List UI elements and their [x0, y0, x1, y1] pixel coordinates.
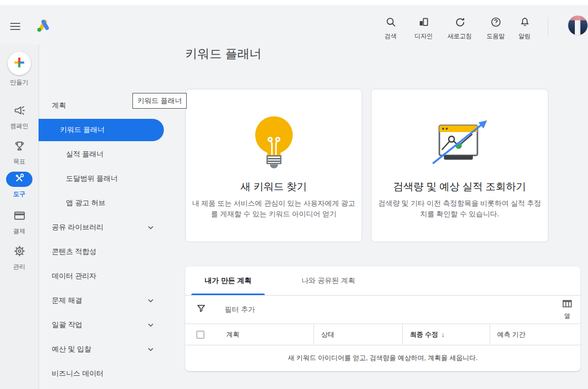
nav-item-data-manager[interactable]: 데이터 관리자 [39, 264, 188, 288]
chevron-down-icon [148, 323, 154, 327]
rail-label-create: 만들기 [10, 78, 28, 87]
card-description: 내 제품 또는 서비스에 관심이 있는 사용자에게 광고를 게재할 수 있는 키… [192, 198, 356, 219]
refresh-icon [454, 16, 466, 30]
nav-item-business-data[interactable]: 비즈니스 데이터 [39, 362, 188, 386]
nav-item-reach-planner[interactable]: 도달범위 플래너 [39, 167, 188, 191]
chevron-down-icon [148, 347, 154, 351]
tools-pill[interactable] [6, 172, 32, 187]
active-tab-indicator [191, 294, 265, 295]
trophy-icon [13, 140, 26, 154]
icon-rail: 만들기 캠페인 목표 [0, 45, 39, 389]
chevron-down-icon [148, 225, 154, 230]
forecast-chart-icon [429, 115, 491, 171]
create-button[interactable] [8, 52, 31, 75]
nav-label: 앱 광고 허브 [66, 199, 106, 208]
card-title: 검색량 및 예상 실적 조회하기 [393, 180, 526, 193]
nav-section-troubleshooting[interactable]: 문제 해결 [39, 288, 188, 313]
nav-label: 문제 해결 [52, 296, 82, 305]
avatar[interactable] [568, 15, 588, 36]
card-discover-keywords[interactable]: 새 키워드 찾기 내 제품 또는 서비스에 관심이 있는 사용자에게 광고를 게… [185, 89, 362, 242]
nav-item-keyword-planner[interactable]: 키워드 플래너 [39, 119, 164, 141]
rail-item-admin[interactable]: 관리 [0, 245, 39, 271]
nav-label: 데이터 관리자 [52, 272, 96, 281]
columns-button[interactable]: 열 [562, 299, 572, 320]
tab-shared-plans[interactable]: 나와 공유된 계획 [281, 267, 375, 295]
nav-item-content-suitability[interactable]: 콘텐츠 적합성 [39, 240, 188, 264]
notifications-icon [519, 16, 531, 30]
nav-section-budgets-bidding[interactable]: 예산 및 입찰 [39, 337, 188, 362]
tabs-row: 내가 만든 계획 나와 공유된 계획 [185, 267, 580, 296]
refresh-label: 새로고침 [447, 32, 472, 41]
nav-label: 예산 및 입찰 [52, 345, 91, 354]
card-title: 새 키워드 찾기 [240, 180, 307, 193]
nav-label: 일괄 작업 [52, 320, 82, 330]
search-label: 검색 [385, 32, 397, 41]
nav-item-performance-planner[interactable]: 실적 플래너 [39, 142, 188, 167]
tooltip-text: 키워드 플래너 [137, 96, 182, 106]
nav-item-app-ads-hub[interactable]: 앱 광고 허브 [39, 191, 188, 215]
column-header-forecast-period[interactable]: 예측 기간 [490, 324, 580, 345]
gear-icon [13, 245, 26, 260]
refresh-button[interactable]: 새로고침 [440, 14, 479, 41]
rail-label-campaigns: 캠페인 [10, 122, 28, 131]
card-description: 검색량 및 기타 이전 측정항목을 비롯하여 실적 추정치를 확인할 수 있습니… [378, 198, 541, 219]
column-header-plan[interactable]: 계획 [185, 324, 314, 345]
credit-card-icon [13, 209, 26, 224]
help-button[interactable]: 도움말 [479, 14, 512, 41]
google-ads-logo[interactable] [34, 17, 52, 35]
search-icon [385, 16, 397, 30]
column-header-status[interactable]: 상태 [314, 324, 402, 345]
tooltip-keyword-planner: 키워드 플래너 [132, 93, 187, 109]
rail-item-create[interactable]: 만들기 [0, 52, 39, 87]
nav-label: 콘텐츠 적합성 [52, 247, 96, 256]
header: 검색 디자인 새로고침 [0, 5, 588, 45]
nav-section-shared-library[interactable]: 공유 라이브러리 [39, 215, 188, 240]
nav-label: 도달범위 플래너 [66, 174, 118, 183]
rail-label-billing: 결제 [13, 227, 25, 236]
add-filter-button[interactable]: 필터 추가 [185, 304, 255, 315]
columns-label: 열 [564, 312, 570, 320]
rail-item-tools[interactable]: 도구 [0, 172, 39, 199]
columns-icon [562, 299, 572, 310]
filter-icon [196, 304, 206, 315]
tab-label: 내가 만든 계획 [205, 276, 252, 285]
lightbulb-icon [251, 115, 297, 171]
column-header-label: 상태 [321, 330, 334, 339]
tools-icon [14, 173, 24, 185]
plus-icon [13, 56, 25, 71]
rail-label-tools: 도구 [13, 190, 25, 199]
rail-item-goals[interactable]: 목표 [0, 140, 39, 166]
select-all-checkbox[interactable] [196, 331, 204, 339]
nav-label: 비즈니스 데이터 [52, 369, 103, 378]
filter-label: 필터 추가 [225, 305, 255, 314]
search-button[interactable]: 검색 [374, 14, 407, 41]
design-button[interactable]: 디자인 [407, 14, 440, 41]
sort-descending-icon: ↓ [441, 331, 445, 338]
plans-panel: 내가 만든 계획 나와 공유된 계획 필터 추가 [185, 267, 580, 371]
column-header-label: 계획 [226, 330, 239, 339]
megaphone-icon [13, 104, 26, 119]
column-header-last-modified[interactable]: 최종 수정 ↓ [402, 324, 490, 345]
card-search-volume-forecasts[interactable]: 검색량 및 예상 실적 조회하기 검색량 및 기타 이전 측정항목을 비롯하여 … [371, 89, 548, 242]
nav-section-bulk-actions[interactable]: 일괄 작업 [39, 313, 188, 337]
help-label: 도움말 [487, 32, 505, 41]
filter-row: 필터 추가 열 [185, 296, 580, 324]
notifications-label: 알림 [518, 32, 531, 41]
design-label: 디자인 [414, 32, 433, 41]
notifications-button[interactable]: 알림 [512, 14, 537, 41]
empty-state-message: 새 키워드 아이디어를 얻고, 검색량을 예상하며, 계획을 세웁니다. [185, 345, 580, 371]
google-ads-app: 검색 디자인 새로고침 [0, 0, 588, 389]
nav-label: 키워드 플래너 [60, 125, 105, 135]
table-header-row: 계획 상태 최종 수정 ↓ 예측 기간 [185, 324, 580, 345]
help-icon [490, 16, 502, 30]
rail-item-billing[interactable]: 결제 [0, 209, 39, 236]
tab-label: 나와 공유된 계획 [301, 276, 355, 285]
hamburger-menu-icon[interactable] [10, 20, 22, 33]
header-actions: 검색 디자인 새로고침 [374, 14, 588, 41]
chevron-down-icon [148, 299, 154, 303]
rail-item-campaigns[interactable]: 캠페인 [0, 104, 39, 131]
tab-my-plans[interactable]: 내가 만든 계획 [191, 267, 265, 295]
header-divider [548, 17, 548, 37]
page-title: 키워드 플래너 [185, 46, 262, 62]
top-strip [0, 0, 588, 5]
